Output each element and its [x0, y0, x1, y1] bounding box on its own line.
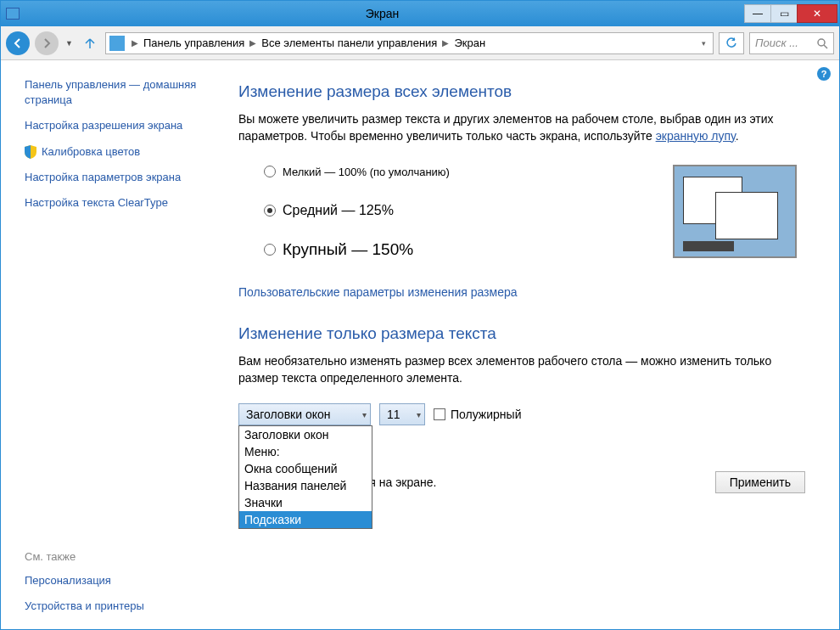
maximize-button[interactable]: ▭	[770, 4, 798, 23]
radio-large[interactable]: Крупный — 150%	[264, 239, 673, 260]
fontsize-select[interactable]: 11 ▾	[379, 403, 425, 425]
shield-icon	[25, 145, 36, 159]
dropdown-option[interactable]: Заголовки окон	[239, 426, 372, 443]
sidebar: Панель управления — домашняя страница На…	[1, 60, 230, 629]
bold-checkbox[interactable]: Полужирный	[434, 408, 521, 421]
main-panel: Изменение размера всех элементов Вы може…	[230, 60, 839, 629]
heading-size-all: Изменение размера всех элементов	[238, 82, 805, 101]
sidebar-link-params[interactable]: Настройка параметров экрана	[25, 170, 218, 185]
combo-value: 11	[387, 408, 400, 421]
dropdown-option[interactable]: Названия панелей	[239, 477, 372, 494]
checkbox-icon	[434, 408, 445, 420]
checkbox-label: Полужирный	[451, 408, 521, 421]
preview-image	[673, 165, 797, 258]
breadcrumb-item[interactable]: Экран	[454, 37, 485, 49]
forward-button[interactable]	[35, 31, 59, 55]
custom-size-link[interactable]: Пользовательские параметры изменения раз…	[238, 285, 518, 299]
dropdown-option[interactable]: Меню:	[239, 443, 372, 460]
magnifier-link[interactable]: экранную лупу	[656, 129, 736, 143]
breadcrumb-item[interactable]: Панель управления	[143, 37, 244, 49]
dropdown-option[interactable]: Подсказки	[239, 511, 372, 528]
chevron-right-icon: ▶	[128, 38, 142, 48]
description-2: Вам необязательно изменять размер всех э…	[238, 353, 805, 386]
close-button[interactable]: ✕	[797, 4, 837, 23]
back-button[interactable]	[6, 31, 30, 55]
sidebar-link-devices[interactable]: Устройства и принтеры	[25, 599, 218, 614]
radio-icon	[264, 205, 276, 217]
chevron-down-icon[interactable]: ▾	[698, 39, 709, 48]
radio-label: Средний — 125%	[283, 203, 394, 218]
chevron-right-icon: ▶	[439, 38, 452, 48]
search-placeholder: Поиск ...	[755, 37, 816, 49]
window-title: Экран	[20, 7, 745, 20]
arrow-up-icon	[83, 37, 97, 50]
radio-icon	[264, 244, 276, 256]
recent-dropdown[interactable]: ▼	[64, 39, 75, 48]
breadcrumb[interactable]: ▶ Панель управления ▶ Все элементы панел…	[105, 32, 714, 54]
radio-label: Мелкий — 100% (по умолчанию)	[283, 166, 450, 178]
svg-point-0	[818, 39, 825, 46]
sidebar-link-personalization[interactable]: Персонализация	[25, 573, 218, 588]
sidebar-link-calibration[interactable]: Калибровка цветов	[25, 144, 218, 160]
minimize-button[interactable]: —	[744, 4, 771, 23]
arrow-right-icon	[41, 37, 53, 49]
radio-icon	[264, 166, 276, 177]
monitor-icon	[109, 36, 125, 51]
radio-label: Крупный — 150%	[283, 240, 413, 259]
titlebar: Экран — ▭ ✕	[1, 1, 839, 26]
svg-line-1	[824, 45, 827, 48]
dropdown-list: Заголовки окон Меню: Окна сообщений Назв…	[238, 425, 372, 529]
radio-medium[interactable]: Средний — 125%	[264, 200, 673, 221]
heading-text-only: Изменение только размера текста	[238, 324, 805, 343]
sidebar-link-cleartype[interactable]: Настройка текста ClearType	[25, 195, 218, 211]
chevron-down-icon: ▾	[362, 410, 367, 419]
toolbar: ▼ ▶ Панель управления ▶ Все элементы пан…	[1, 26, 839, 60]
radio-small[interactable]: Мелкий — 100% (по умолчанию)	[264, 161, 673, 182]
dropdown-option[interactable]: Окна сообщений	[239, 460, 372, 477]
see-also-header: См. также	[25, 550, 218, 563]
dropdown-option[interactable]: Значки	[239, 494, 372, 511]
chevron-right-icon: ▶	[246, 38, 260, 48]
sidebar-home-link[interactable]: Панель управления — домашняя страница	[25, 77, 218, 108]
refresh-button[interactable]	[719, 32, 744, 54]
refresh-icon	[725, 37, 737, 49]
up-button[interactable]	[80, 33, 100, 53]
breadcrumb-item[interactable]: Все элементы панели управления	[261, 37, 437, 49]
sidebar-link-resolution[interactable]: Настройка разрешения экрана	[25, 118, 218, 133]
combo-value: Заголовки окон	[246, 408, 331, 421]
element-select[interactable]: Заголовки окон ▾ Заголовки окон Меню: Ок…	[238, 403, 371, 425]
search-input[interactable]: Поиск ...	[749, 32, 834, 54]
app-icon	[6, 8, 20, 20]
chevron-down-icon: ▾	[417, 410, 421, 419]
arrow-left-icon	[12, 37, 24, 49]
apply-button[interactable]: Применить	[715, 471, 805, 493]
description-1: Вы можете увеличить размер текста и друг…	[238, 111, 805, 144]
search-icon	[816, 37, 828, 49]
